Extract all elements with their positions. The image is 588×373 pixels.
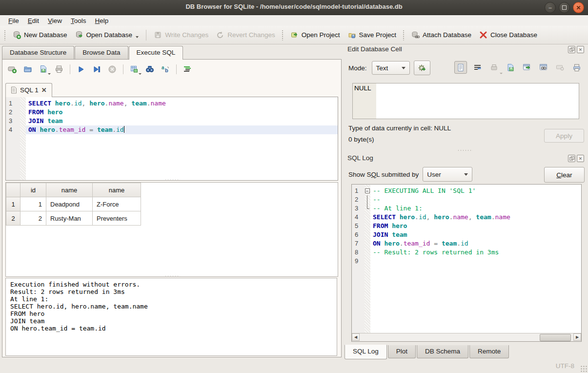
code-line[interactable]: JOIN team <box>370 230 581 239</box>
print-button[interactable] <box>54 64 64 74</box>
table-cell[interactable]: 2 <box>20 211 46 226</box>
execute-current-line-button[interactable] <box>92 64 101 74</box>
results-table[interactable]: idnamename11DeadpondZ-Force22Rusty-ManPr… <box>6 183 141 226</box>
scrollbar-thumb[interactable] <box>540 334 571 341</box>
save-project-button[interactable]: Save Project <box>344 28 401 41</box>
log-code-area[interactable]: -- EXECUTING ALL IN 'SQL 1'---- At line … <box>370 185 581 341</box>
table-cell[interactable]: Preventers <box>93 211 141 226</box>
code-line[interactable] <box>370 257 581 266</box>
maximize-button[interactable] <box>559 2 570 13</box>
sql-editor[interactable]: 1234 SELECT hero.id, hero.name, team.nam… <box>5 97 338 181</box>
export-data-button[interactable] <box>504 61 517 74</box>
toolbar-drag-handle[interactable] <box>403 30 405 41</box>
cell-editor-blank[interactable] <box>376 83 579 119</box>
tab-plot[interactable]: Plot <box>388 345 416 358</box>
corner-header[interactable] <box>6 183 20 197</box>
code-line[interactable]: FROM hero <box>370 222 581 230</box>
close-button[interactable]: ✕ <box>573 2 584 13</box>
menu-file[interactable]: File <box>4 16 23 25</box>
import-dropdown-icon[interactable] <box>500 73 503 74</box>
auto-format-button[interactable] <box>414 61 430 75</box>
column-header-name[interactable]: name <box>46 183 93 197</box>
find-button[interactable] <box>145 64 155 74</box>
code-line[interactable]: -- <box>370 195 581 204</box>
apply-cell-button[interactable] <box>521 61 533 74</box>
code-line[interactable]: SELECT hero.id, hero.name, team.name <box>26 99 338 108</box>
code-line[interactable]: ON hero.team_id = team.id <box>370 239 581 248</box>
fold-minus-icon[interactable] <box>365 186 370 195</box>
table-cell[interactable]: Deadpond <box>46 197 93 211</box>
splitter-handle[interactable] <box>164 275 180 277</box>
text-mode-button[interactable] <box>454 61 467 74</box>
log-horizontal-scrollbar[interactable]: ◀ ▶ <box>352 333 581 341</box>
menu-help[interactable]: Help <box>91 16 113 25</box>
word-wrap-button[interactable] <box>471 61 484 74</box>
minimize-button[interactable]: – <box>545 2 556 13</box>
table-cell[interactable]: 1 <box>20 197 46 211</box>
tab-sql-log[interactable]: SQL Log <box>345 345 387 359</box>
table-cell[interactable]: Z-Force <box>93 197 141 211</box>
toolbar-drag-handle[interactable] <box>4 30 6 41</box>
write-changes-button[interactable]: Write Changes <box>150 28 212 41</box>
tab-database-structure[interactable]: Database Structure <box>2 46 74 59</box>
float-dock-icon[interactable] <box>568 155 575 162</box>
open-database-button[interactable]: Open Database <box>71 28 143 41</box>
import-data-button[interactable] <box>487 61 500 74</box>
print-cell-button[interactable] <box>570 61 583 74</box>
row-header[interactable]: 2 <box>6 211 20 226</box>
revert-changes-button[interactable]: Revert Changes <box>212 28 279 41</box>
column-header-id[interactable]: id <box>20 183 46 197</box>
column-header-name[interactable]: name <box>93 183 141 197</box>
execution-status-log[interactable]: Execution finished without errors.Result… <box>5 278 337 356</box>
toolbar-drag-handle[interactable] <box>282 30 284 41</box>
menu-tools[interactable]: Tools <box>66 16 91 25</box>
editor-code-area[interactable]: SELECT hero.id, hero.name, team.nameFROM… <box>26 97 338 180</box>
export-results-dropdown-icon[interactable] <box>139 73 142 75</box>
cell-value-editor[interactable]: NULL <box>352 83 579 119</box>
apply-button[interactable]: Apply <box>544 129 584 143</box>
table-row[interactable]: 22Rusty-ManPreventers <box>6 211 141 226</box>
attach-database-button[interactable]: Attach Database <box>407 28 475 41</box>
table-cell[interactable]: Rusty-Man <box>46 211 93 226</box>
save-sql-file-button[interactable] <box>39 64 48 74</box>
splitter-handle[interactable] <box>457 149 473 151</box>
splitter-handle[interactable] <box>164 179 180 181</box>
open-database-dropdown-icon[interactable] <box>136 36 139 38</box>
tab-db-schema[interactable]: DB Schema <box>417 345 468 358</box>
scroll-left-icon[interactable]: ◀ <box>352 333 360 341</box>
menu-view[interactable]: View <box>43 16 66 25</box>
open-sql-file-button[interactable] <box>23 64 33 74</box>
tab-remote[interactable]: Remote <box>469 345 509 358</box>
set-null-button[interactable] <box>554 61 567 74</box>
replace-button[interactable]: ab <box>161 64 170 74</box>
menu-edit[interactable]: Edit <box>23 16 43 25</box>
scroll-right-icon[interactable]: ▶ <box>573 333 581 341</box>
encoding-indicator[interactable]: UTF-8 <box>556 362 574 370</box>
code-line[interactable]: FROM hero <box>26 108 338 117</box>
table-row[interactable]: 11DeadpondZ-Force <box>6 197 141 211</box>
format-sql-button[interactable] <box>182 64 192 74</box>
new-database-button[interactable]: New Database <box>9 28 71 41</box>
resize-grip[interactable] <box>580 365 587 372</box>
new-tab-button[interactable] <box>7 64 17 74</box>
open-project-button[interactable]: Open Project <box>286 28 344 41</box>
float-dock-icon[interactable] <box>568 46 575 53</box>
sql1-tab[interactable]: SQL 1 ✕ <box>5 83 52 97</box>
mode-combobox[interactable]: Text <box>372 61 410 75</box>
tab-browse-data[interactable]: Browse Data <box>75 46 128 59</box>
tab-execute-sql[interactable]: Execute SQL <box>129 46 183 60</box>
code-line[interactable]: -- At line 1: <box>370 204 581 213</box>
code-line[interactable]: -- EXECUTING ALL IN 'SQL 1' <box>370 186 581 195</box>
code-line[interactable]: -- Result: 2 rows returned in 3ms <box>370 248 581 257</box>
close-dock-icon[interactable]: ✕ <box>577 46 584 53</box>
save-sql-dropdown-icon[interactable] <box>48 73 51 75</box>
execute-all-button[interactable] <box>76 64 86 74</box>
submitter-combobox[interactable]: User <box>423 167 472 182</box>
export-results-button[interactable] <box>129 64 139 74</box>
sql-log-view[interactable]: 123456789 -- EXECUTING ALL IN 'SQL 1'---… <box>351 184 582 342</box>
close-database-button[interactable]: Close Database <box>475 28 541 41</box>
close-dock-icon[interactable]: ✕ <box>577 155 584 162</box>
stop-button[interactable] <box>107 64 117 74</box>
code-line[interactable]: JOIN team <box>26 117 338 125</box>
close-tab-icon[interactable]: ✕ <box>41 86 47 94</box>
